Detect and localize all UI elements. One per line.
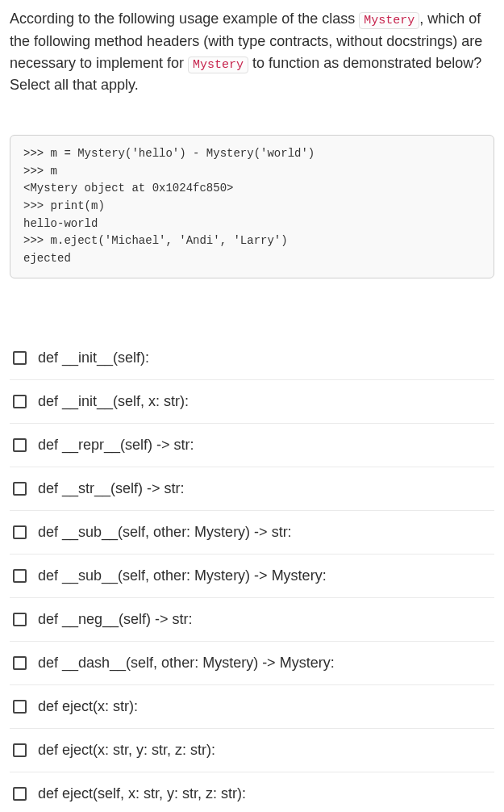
option-label: def __init__(self, x: str): [38,391,189,412]
option-row[interactable]: def eject(x: str, y: str, z: str): [10,729,494,772]
option-label: def __repr__(self) -> str: [38,434,194,456]
option-label: def __sub__(self, other: Mystery) -> str… [38,521,292,543]
checkbox[interactable] [13,482,27,496]
option-label: def eject(x: str): [38,696,138,718]
option-label: def __neg__(self) -> str: [38,609,193,630]
option-row[interactable]: def __neg__(self) -> str: [10,598,494,642]
option-row[interactable]: def __sub__(self, other: Mystery) -> Mys… [10,555,494,598]
option-row[interactable]: def __sub__(self, other: Mystery) -> str… [10,511,494,555]
option-label: def eject(x: str, y: str, z: str): [38,739,215,761]
option-label: def __dash__(self, other: Mystery) -> My… [38,652,335,674]
option-label: def __str__(self) -> str: [38,478,185,500]
option-row[interactable]: def __init__(self): [10,337,494,380]
checkbox[interactable] [13,395,27,408]
option-row[interactable]: def eject(x: str): [10,685,494,729]
checkbox[interactable] [13,613,27,626]
checkbox[interactable] [13,438,27,452]
checkbox[interactable] [13,700,27,714]
checkbox[interactable] [13,743,27,757]
option-row[interactable]: def eject(self, x: str, y: str, z: str): [10,772,494,812]
option-row[interactable]: def __str__(self) -> str: [10,467,494,511]
option-label: def __sub__(self, other: Mystery) -> Mys… [38,565,327,587]
option-row[interactable]: def __dash__(self, other: Mystery) -> My… [10,642,494,685]
option-row[interactable]: def __repr__(self) -> str: [10,424,494,467]
checkbox[interactable] [13,569,27,583]
inline-code-mystery: Mystery [359,12,419,29]
code-example-block: >>> m = Mystery('hello') - Mystery('worl… [10,135,494,278]
checkbox[interactable] [13,656,27,670]
option-label: def __init__(self): [38,347,149,369]
question-segment: According to the following usage example… [10,10,359,27]
option-label: def eject(self, x: str, y: str, z: str): [38,783,246,805]
option-row[interactable]: def __init__(self, x: str): [10,380,494,424]
checkbox[interactable] [13,351,27,365]
options-list: def __init__(self): def __init__(self, x… [10,337,494,812]
checkbox[interactable] [13,525,27,539]
checkbox[interactable] [13,787,27,801]
inline-code-mystery: Mystery [188,57,248,73]
question-text: According to the following usage example… [10,8,494,96]
